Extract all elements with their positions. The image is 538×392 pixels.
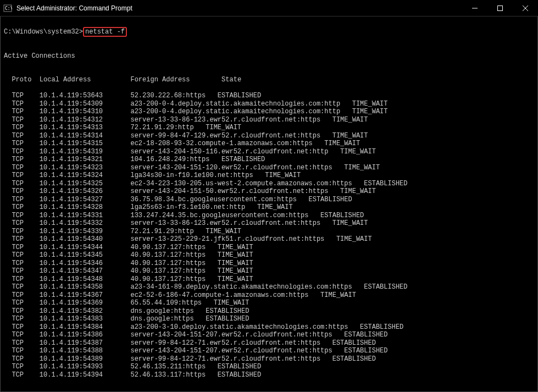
table-row: TCP 10.1.4.119:54332 server-13-33-86-123… [4, 219, 534, 228]
cmd-icon: C:\ [3, 4, 12, 13]
table-row: TCP 10.1.4.119:54387 server-99-84-122-71… [4, 339, 534, 347]
connection-list: TCP 10.1.4.119:53643 52.230.222.68:https… [4, 92, 534, 379]
table-row: TCP 10.1.4.119:54382 dns.google:https ES… [4, 307, 534, 316]
table-row: TCP 10.1.4.119:54358 a23-34-161-89.deplo… [4, 283, 534, 291]
table-row: TCP 10.1.4.119:54323 server-143-204-151-… [4, 164, 534, 172]
table-row: TCP 10.1.4.119:54348 40.90.137.127:https… [4, 275, 534, 284]
table-row: TCP 10.1.4.119:54319 server-143-204-150-… [4, 148, 534, 156]
table-row: TCP 10.1.4.119:54346 40.90.137.127:https… [4, 260, 534, 268]
table-row: TCP 10.1.4.119:54309 a23-200-0-4.deploy.… [4, 100, 534, 108]
table-row: TCP 10.1.4.119:54344 40.90.137.127:https… [4, 244, 534, 252]
table-row: TCP 10.1.4.119:54384 a23-200-3-10.deploy… [4, 323, 534, 332]
table-row: TCP 10.1.4.119:54310 a23-200-0-4.deploy.… [4, 108, 534, 116]
prompt-path: C:\Windows\system32> [4, 28, 83, 36]
prompt-line: C:\Windows\system32>netstat -f [4, 27, 534, 37]
table-row: TCP 10.1.4.119:54325 ec2-34-223-130-205.… [4, 180, 534, 188]
table-row: TCP 10.1.4.119:54313 72.21.91.29:http TI… [4, 124, 534, 132]
table-row: TCP 10.1.4.119:54393 52.46.135.211:https… [4, 363, 534, 371]
col-local: Local Address [40, 76, 91, 84]
table-row: TCP 10.1.4.119:53643 52.230.222.68:https… [4, 92, 534, 100]
table-row: TCP 10.1.4.119:54340 server-13-225-229-2… [4, 235, 534, 244]
active-connections-header: Active Connections [4, 52, 534, 60]
table-row: TCP 10.1.4.119:54324 lga34s30-in-f10.1e1… [4, 172, 534, 180]
table-row: TCP 10.1.4.119:54345 40.90.137.127:https… [4, 251, 534, 260]
table-row: TCP 10.1.4.119:54327 36.75.98.34.bc.goog… [4, 196, 534, 204]
table-row: TCP 10.1.4.119:54331 133.247.244.35.bc.g… [4, 212, 534, 220]
maximize-button[interactable] [487, 0, 513, 16]
table-row: TCP 10.1.4.119:54389 server-99-84-122-71… [4, 355, 534, 363]
svg-text:C:\: C:\ [5, 6, 12, 11]
table-row: TCP 10.1.4.119:54388 server-143-204-151-… [4, 347, 534, 355]
window-title: Select Administrator: Command Prompt [16, 4, 462, 12]
command-highlight: netstat -f [83, 27, 127, 37]
table-row: TCP 10.1.4.119:54369 65.55.44.109:https … [4, 299, 534, 307]
table-row: TCP 10.1.4.119:54321 104.16.248.249:http… [4, 156, 534, 164]
table-row: TCP 10.1.4.119:54386 server-143-204-151-… [4, 331, 534, 339]
minimize-button[interactable] [462, 0, 487, 16]
table-row: TCP 10.1.4.119:54328 lga25s63-in-f3.1e10… [4, 203, 534, 212]
table-row: TCP 10.1.4.119:54314 server-99-84-47-129… [4, 132, 534, 140]
terminal-output[interactable]: C:\Windows\system32>netstat -f Active Co… [0, 16, 538, 392]
col-state: State [221, 76, 241, 84]
table-row: TCP 10.1.4.119:54326 server-143-204-151-… [4, 187, 534, 196]
col-proto: Proto [12, 76, 31, 84]
svg-rect-3 [498, 5, 503, 10]
close-button[interactable] [513, 0, 538, 16]
table-row: TCP 10.1.4.119:54383 dns.google:https ES… [4, 315, 534, 323]
table-row: TCP 10.1.4.119:54315 ec2-18-208-93-32.co… [4, 140, 534, 148]
column-headers: Proto Local Address Foreign Address Stat… [4, 76, 534, 84]
col-foreign: Foreign Address [130, 76, 190, 84]
table-row: TCP 10.1.4.119:54367 ec2-52-6-186-47.com… [4, 291, 534, 300]
table-row: TCP 10.1.4.119:54347 40.90.137.127:https… [4, 267, 534, 275]
window-titlebar: C:\ Select Administrator: Command Prompt [0, 0, 538, 16]
window-controls [462, 0, 538, 16]
table-row: TCP 10.1.4.119:54312 server-13-33-86-123… [4, 116, 534, 124]
table-row: TCP 10.1.4.119:54394 52.46.133.117:https… [4, 371, 534, 379]
table-row: TCP 10.1.4.119:54339 72.21.91.29:http TI… [4, 228, 534, 236]
